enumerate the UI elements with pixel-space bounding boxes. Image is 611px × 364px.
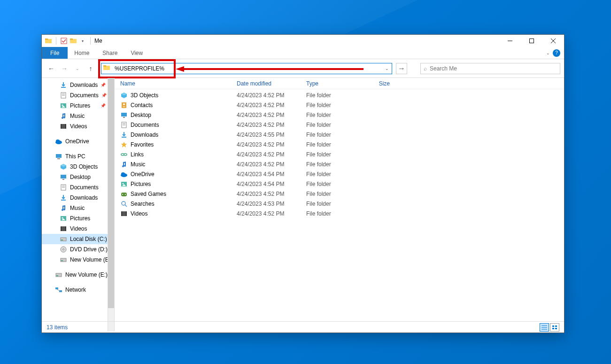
sidebar-item-label: Local Disk (C:) <box>70 236 107 242</box>
back-button[interactable]: ← <box>46 63 57 74</box>
doc-icon <box>60 92 67 99</box>
sidebar-item-pictures[interactable]: Pictures <box>42 213 114 224</box>
file-row[interactable]: Searches4/24/2023 4:53 PMFile folder <box>115 199 564 209</box>
sidebar-item-downloads[interactable]: Downloads📌 <box>42 80 114 90</box>
svg-rect-75 <box>552 328 554 329</box>
file-type: File folder <box>306 122 362 128</box>
file-row[interactable]: Pictures4/24/2023 4:54 PMFile folder <box>115 179 564 189</box>
minimize-button[interactable] <box>499 35 521 47</box>
sidebar-item-new-volume-e-[interactable]: New Volume (E:) <box>42 255 114 265</box>
search-input[interactable] <box>430 65 557 72</box>
tab-share[interactable]: Share <box>96 47 124 59</box>
sidebar-item-pictures[interactable]: Pictures📌 <box>42 101 114 111</box>
sidebar-item-label: 3D Objects <box>70 163 98 170</box>
sidebar-item-desktop[interactable]: Desktop <box>42 172 114 182</box>
download-icon <box>60 81 67 89</box>
content-pane: Name Date modified Type Size 3D Objects4… <box>115 78 564 332</box>
qat-folder-icon[interactable] <box>70 37 77 45</box>
svg-rect-57 <box>124 154 127 155</box>
ribbon-tabs: File Home Share View ⌄ ? <box>42 47 564 59</box>
maximize-button[interactable] <box>521 35 542 47</box>
file-row[interactable]: Links4/24/2023 4:52 PMFile folder <box>115 149 564 159</box>
recent-dropdown-icon[interactable]: ⌄ <box>72 63 83 74</box>
tab-file[interactable]: File <box>42 47 68 59</box>
file-name: 3D Objects <box>131 92 158 99</box>
column-headers[interactable]: Name Date modified Type Size <box>115 78 564 89</box>
file-row[interactable]: Documents4/24/2023 4:52 PMFile folder <box>115 120 564 130</box>
svg-rect-62 <box>121 193 127 196</box>
file-name: Favorites <box>131 141 154 148</box>
close-button[interactable] <box>542 35 564 47</box>
file-list[interactable]: 3D Objects4/24/2023 4:52 PMFile folderCo… <box>115 89 564 218</box>
sidebar-item-new-volume-e-[interactable]: New Volume (E:) <box>42 270 114 280</box>
up-button[interactable]: ↑ <box>85 63 96 74</box>
annotation-arrow-icon <box>176 66 364 76</box>
pin-icon: 📌 <box>101 93 107 98</box>
file-row[interactable]: Music4/24/2023 4:52 PMFile folder <box>115 159 564 169</box>
sidebar-item-videos[interactable]: Videos <box>42 121 114 132</box>
sidebar-item-music[interactable]: Music <box>42 203 114 213</box>
forward-button[interactable]: → <box>59 63 70 74</box>
sidebar-item-label: Pictures <box>70 215 90 222</box>
title-bar[interactable]: ▾ Me <box>42 35 564 47</box>
file-row[interactable]: Saved Games4/24/2023 4:52 PMFile folder <box>115 189 564 199</box>
sidebar-this-pc[interactable]: This PC <box>42 151 114 162</box>
qat-dropdown-icon[interactable]: ▾ <box>79 37 86 45</box>
file-row[interactable]: OneDrive4/24/2023 4:54 PMFile folder <box>115 169 564 179</box>
tab-view[interactable]: View <box>124 47 149 59</box>
sidebar-item-label: OneDrive <box>65 138 89 145</box>
sidebar-item-downloads[interactable]: Downloads <box>42 193 114 203</box>
file-type: File folder <box>306 141 362 148</box>
file-row[interactable]: Desktop4/24/2023 4:52 PMFile folder <box>115 110 564 120</box>
tab-home[interactable]: Home <box>68 47 96 59</box>
file-date: 4/24/2023 4:52 PM <box>237 122 306 128</box>
column-name[interactable]: Name <box>120 80 237 87</box>
file-type: File folder <box>306 151 362 158</box>
sidebar-item-videos[interactable]: Videos <box>42 224 114 234</box>
svg-rect-35 <box>61 226 62 231</box>
file-date: 4/24/2023 4:53 PM <box>237 201 306 207</box>
file-name: Music <box>131 161 145 168</box>
ribbon-expand-icon[interactable]: ⌄ <box>546 51 550 55</box>
file-row[interactable]: Favorites4/24/2023 4:52 PMFile folder <box>115 139 564 149</box>
video-icon <box>60 123 67 130</box>
sidebar-onedrive[interactable]: OneDrive <box>42 136 114 147</box>
search-icon <box>120 200 128 208</box>
sidebar-network[interactable]: Network <box>42 285 114 295</box>
sidebar-item-label: Network <box>65 287 86 293</box>
music-icon <box>120 161 128 168</box>
file-date: 4/24/2023 4:52 PM <box>237 92 306 99</box>
details-view-icon[interactable] <box>540 323 549 332</box>
music-icon <box>60 112 67 120</box>
sidebar-item-documents[interactable]: Documents <box>42 182 114 193</box>
column-type[interactable]: Type <box>306 80 362 87</box>
search-box[interactable]: ⌕ <box>420 63 560 74</box>
file-row[interactable]: 3D Objects4/24/2023 4:52 PMFile folder <box>115 90 564 100</box>
sidebar-item-documents[interactable]: Documents📌 <box>42 90 114 101</box>
address-bar[interactable]: ⌄ <box>101 63 392 74</box>
navigation-pane[interactable]: Downloads📌Documents📌Pictures📌MusicVideos… <box>42 78 115 332</box>
sidebar-item-dvd-drive-d-es[interactable]: DVD Drive (D:) ES <box>42 244 114 255</box>
file-row[interactable]: Contacts4/24/2023 4:52 PMFile folder <box>115 100 564 110</box>
svg-rect-51 <box>123 117 125 118</box>
address-dropdown-icon[interactable]: ⌄ <box>382 66 392 71</box>
sidebar-item-3d-objects[interactable]: 3D Objects <box>42 162 114 172</box>
svg-rect-73 <box>552 325 554 327</box>
svg-point-61 <box>123 183 124 184</box>
svg-rect-56 <box>121 154 124 155</box>
file-date: 4/24/2023 4:52 PM <box>237 151 306 158</box>
sidebar-scrollbar[interactable] <box>108 78 114 332</box>
file-row[interactable]: Videos4/24/2023 4:52 PMFile folder <box>115 209 564 218</box>
column-date[interactable]: Date modified <box>237 80 306 87</box>
sidebar-item-music[interactable]: Music <box>42 111 114 121</box>
large-icons-view-icon[interactable] <box>550 323 559 332</box>
sidebar-item-local-disk-c-[interactable]: Local Disk (C:) <box>42 234 114 244</box>
navigation-bar: ← → ⌄ ↑ ⌄ → ⌕ <box>42 59 564 78</box>
go-button[interactable]: → <box>396 63 407 74</box>
qat-check-icon[interactable] <box>60 37 68 45</box>
doc-icon <box>120 121 128 129</box>
column-size[interactable]: Size <box>362 80 390 87</box>
sidebar-item-label: Documents <box>70 184 99 191</box>
help-icon[interactable]: ? <box>553 49 560 57</box>
file-row[interactable]: Downloads4/24/2023 4:55 PMFile folder <box>115 130 564 139</box>
